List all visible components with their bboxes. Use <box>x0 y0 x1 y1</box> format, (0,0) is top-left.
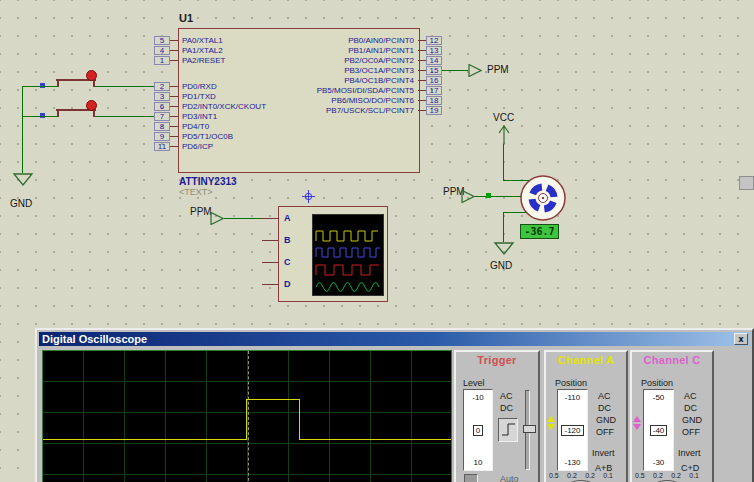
channel-a-ac-option[interactable]: AC <box>598 391 611 401</box>
channel-c-gnd-option[interactable]: GND <box>682 415 702 425</box>
wire <box>95 86 154 87</box>
pin-leg <box>418 110 426 111</box>
trace-segment <box>43 439 246 440</box>
pin-leg <box>418 80 426 81</box>
channel-c-panel: Channel C Position -50 -40 -30 AC DC GND… <box>630 350 714 482</box>
ppm-scope-terminal-label: PPM <box>190 206 212 217</box>
pin-leg <box>170 60 178 61</box>
pin-number[interactable]: 3 <box>154 92 170 101</box>
pin-number[interactable]: 12 <box>426 36 442 45</box>
arrow-up-icon <box>547 416 555 422</box>
pin-row: 17PB5/MOSI/DI/SDA/PCINT5 <box>280 86 442 95</box>
knob-tick-labels: 0.5 0.2 0.2 0.1 <box>549 472 613 479</box>
wire-ppm-out <box>442 70 468 71</box>
pin-number[interactable]: 16 <box>426 76 442 85</box>
pin-number[interactable]: 6 <box>154 102 170 111</box>
terminal-arrow-icon <box>468 64 482 77</box>
trigger-ac-option[interactable]: AC <box>500 391 513 401</box>
pin-number[interactable]: 19 <box>426 106 442 115</box>
push-button-2-actuator[interactable] <box>86 100 97 111</box>
pin-name: PB4/OC1B/PCINT4 <box>280 76 418 85</box>
push-button-post <box>57 81 59 87</box>
servo-motor[interactable] <box>517 172 569 224</box>
scope-input-b-label: B <box>284 235 291 245</box>
pin-leg <box>170 86 178 87</box>
pin-number[interactable]: 2 <box>154 82 170 91</box>
scale-current-value: 0 <box>473 425 483 436</box>
scale-current-value: -120 <box>561 425 583 436</box>
channel-c-ac-option[interactable]: AC <box>684 391 697 401</box>
trigger-level-scale[interactable]: -10 0 10 <box>463 389 493 471</box>
channel-a-invert-option[interactable]: Invert <box>592 448 615 458</box>
channel-a-off-option[interactable]: OFF <box>596 427 614 437</box>
pin-number[interactable]: 18 <box>426 96 442 105</box>
pin-row: 15PB3/OC1A/PCINT3 <box>280 66 442 75</box>
arrow-down-icon <box>633 424 641 430</box>
push-button-1-actuator[interactable] <box>86 70 97 81</box>
pin-number[interactable]: 17 <box>426 86 442 95</box>
trigger-level-slider[interactable] <box>525 390 530 470</box>
channel-c-position-scale[interactable]: -50 -40 -30 <box>643 389 674 471</box>
wire <box>95 116 154 117</box>
pin-number[interactable]: 11 <box>154 142 170 151</box>
pin-number[interactable]: 15 <box>426 66 442 75</box>
chip-part-name-label: ATTINY2313 <box>179 176 237 187</box>
pin-number[interactable]: 14 <box>426 56 442 65</box>
oscilloscope-titlebar[interactable]: Digital Oscilloscope x <box>39 332 750 346</box>
trigger-dc-option[interactable]: DC <box>500 403 513 413</box>
wire <box>503 212 504 242</box>
knob-tick: 0.5 <box>635 472 645 479</box>
channel-c-position-label: Position <box>641 378 673 388</box>
close-button[interactable]: x <box>734 333 748 345</box>
ground-symbol-icon <box>12 173 34 187</box>
wire <box>224 218 262 219</box>
channel-c-off-option[interactable]: OFF <box>682 427 700 437</box>
pin-number[interactable]: 13 <box>426 46 442 55</box>
channel-c-dc-option[interactable]: DC <box>684 403 697 413</box>
channel-a-position-scale[interactable]: -110 -120 -130 <box>557 389 588 471</box>
chip-reference-label: U1 <box>179 12 193 24</box>
channel-a-position-indicator[interactable] <box>547 416 555 430</box>
pin-leg <box>418 60 426 61</box>
channel-a-dc-option[interactable]: DC <box>598 403 611 413</box>
pin-name: PB2/OC0A/PCINT2 <box>280 56 418 65</box>
pin-number[interactable]: 4 <box>154 46 170 55</box>
pin-row: 8PD4/T0 <box>154 122 354 131</box>
pin-number[interactable]: 7 <box>154 112 170 121</box>
pin-leg <box>170 136 178 137</box>
trigger-auto-button[interactable]: Auto <box>500 474 519 482</box>
channel-c-invert-option[interactable]: Invert <box>678 448 701 458</box>
wire <box>22 86 57 87</box>
wire <box>503 144 504 180</box>
terminal-arrow-icon <box>210 212 224 225</box>
proteus-schematic-canvas: U1 ATTINY2313 <TEXT> 5PA0/XTAL1 4PA1/XTA… <box>0 0 754 482</box>
vcc-terminal-label: VCC <box>493 112 514 123</box>
pin-number[interactable]: 1 <box>154 56 170 65</box>
oscilloscope-window-title: Digital Oscilloscope <box>42 333 147 345</box>
pin-number[interactable]: 5 <box>154 36 170 45</box>
knob-tick: 0.1 <box>689 472 699 479</box>
pin-number[interactable]: 9 <box>154 132 170 141</box>
oscilloscope-screen <box>42 350 452 482</box>
trigger-slope-selector[interactable] <box>498 418 518 442</box>
terminal-arrow-icon <box>461 190 475 203</box>
pin-row: 19PB7/USCK/SCL/PCINT7 <box>280 106 442 115</box>
arrow-up-icon <box>633 416 641 422</box>
pin-leg <box>170 106 178 107</box>
trace-segment <box>246 399 247 440</box>
pin-number[interactable]: 8 <box>154 122 170 131</box>
pin-name: PB7/USCK/SCL/PCINT7 <box>280 106 418 115</box>
channel-c-position-indicator[interactable] <box>633 416 641 430</box>
pin-leg <box>170 50 178 51</box>
origin-crosshair-icon <box>302 190 315 203</box>
pin-leg <box>262 240 278 241</box>
pin-leg <box>170 126 178 127</box>
channel-a-gnd-option[interactable]: GND <box>596 415 616 425</box>
channel-a-position-label: Position <box>555 378 587 388</box>
pin-row: 16PB4/OC1B/PCINT4 <box>280 76 442 85</box>
pin-leg <box>262 284 278 285</box>
pin-leg <box>170 146 178 147</box>
pin-name: PD5/T1/OC0B <box>178 132 354 141</box>
slider-handle[interactable] <box>523 425 536 433</box>
channel-a-panel-title: Channel A <box>546 352 626 366</box>
